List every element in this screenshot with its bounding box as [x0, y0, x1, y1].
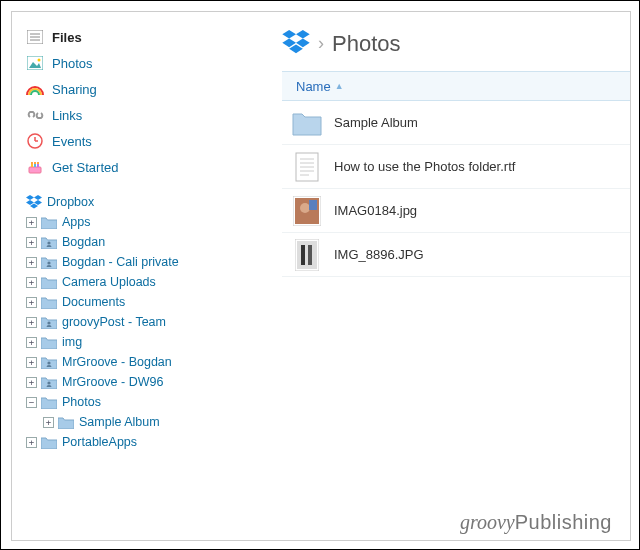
page-title: Photos	[332, 31, 401, 57]
tree-label: MrGroove - Bogdan	[62, 355, 172, 369]
file-row[interactable]: How to use the Photos folder.rtf	[282, 145, 630, 189]
files-icon	[26, 28, 44, 46]
sort-asc-icon: ▲	[335, 81, 344, 91]
tree-item[interactable]: +Bogdan	[26, 232, 222, 252]
svg-rect-13	[37, 164, 39, 167]
tree-item[interactable]: +Bogdan - Cali private	[26, 252, 222, 272]
folder-icon	[58, 416, 74, 429]
nav-photos[interactable]: Photos	[26, 50, 222, 76]
svg-point-25	[47, 361, 50, 364]
image-thumbnail-icon	[292, 240, 322, 270]
watermark: groovyPublishing	[460, 511, 612, 534]
breadcrumb: › Photos	[282, 30, 630, 57]
nav-sharing[interactable]: Sharing	[26, 76, 222, 102]
tree-item-photos[interactable]: − Photos	[26, 392, 222, 412]
folder-icon	[41, 436, 57, 449]
expand-icon[interactable]: +	[26, 317, 37, 328]
file-name: Sample Album	[334, 115, 418, 130]
svg-rect-43	[297, 241, 317, 269]
tree-label: Apps	[62, 215, 91, 229]
svg-point-40	[300, 203, 310, 213]
file-name: IMAG0184.jpg	[334, 203, 417, 218]
tree-item[interactable]: +img	[26, 332, 222, 352]
expand-icon[interactable]: +	[26, 237, 37, 248]
dropbox-icon[interactable]	[282, 30, 310, 57]
document-icon	[292, 152, 322, 182]
watermark-b: Publishing	[515, 511, 612, 533]
tree-label: img	[62, 335, 82, 349]
nav-label: Sharing	[52, 82, 97, 97]
svg-point-14	[31, 162, 33, 164]
rainbow-icon	[26, 80, 44, 98]
tree-label: groovyPost - Team	[62, 315, 166, 329]
nav-links[interactable]: Links	[26, 102, 222, 128]
svg-marker-18	[34, 195, 42, 200]
tree-item-sample-album[interactable]: + Sample Album	[43, 412, 222, 432]
expand-icon[interactable]: +	[43, 417, 54, 428]
tree-item[interactable]: +Documents	[26, 292, 222, 312]
link-icon	[26, 106, 44, 124]
expand-icon[interactable]: +	[26, 277, 37, 288]
collapse-icon[interactable]: −	[26, 397, 37, 408]
folder-icon	[292, 108, 322, 138]
shared-folder-icon	[41, 256, 57, 269]
tree-label: Dropbox	[47, 195, 94, 209]
file-row[interactable]: IMAG0184.jpg	[282, 189, 630, 233]
tree-item[interactable]: +Camera Uploads	[26, 272, 222, 292]
file-row[interactable]: Sample Album	[282, 101, 630, 145]
main-panel: › Photos Name ▲ Sample AlbumHow to use t…	[282, 12, 630, 277]
expand-icon[interactable]: +	[26, 337, 37, 348]
watermark-a: groovy	[460, 511, 515, 533]
svg-rect-12	[34, 164, 36, 167]
image-thumbnail-icon	[292, 196, 322, 226]
svg-point-24	[47, 321, 50, 324]
svg-rect-11	[31, 164, 33, 167]
expand-icon[interactable]: +	[26, 377, 37, 388]
folder-icon	[41, 396, 57, 409]
svg-marker-31	[289, 45, 303, 54]
tree-label: PortableApps	[62, 435, 137, 449]
svg-point-6	[38, 59, 41, 62]
svg-marker-20	[34, 200, 42, 205]
svg-point-22	[47, 241, 50, 244]
svg-point-15	[34, 162, 36, 164]
tree-label: MrGroove - DW96	[62, 375, 163, 389]
nav-label: Files	[52, 30, 82, 45]
tree-label: Bogdan	[62, 235, 105, 249]
nav-label: Links	[52, 108, 82, 123]
nav-get-started[interactable]: Get Started	[26, 154, 222, 180]
nav-label: Events	[52, 134, 92, 149]
chevron-right-icon: ›	[318, 33, 324, 54]
nav-files[interactable]: Files	[26, 24, 222, 50]
svg-rect-44	[301, 245, 305, 265]
svg-rect-41	[309, 200, 317, 210]
column-name[interactable]: Name	[296, 79, 331, 94]
svg-point-16	[37, 162, 39, 164]
tree-label: Camera Uploads	[62, 275, 156, 289]
folder-icon	[41, 276, 57, 289]
tree-item[interactable]: +Apps	[26, 212, 222, 232]
file-row[interactable]: IMG_8896.JPG	[282, 233, 630, 277]
expand-icon[interactable]: +	[26, 257, 37, 268]
expand-icon[interactable]: +	[26, 297, 37, 308]
photos-icon	[26, 54, 44, 72]
svg-point-26	[47, 381, 50, 384]
tree-root-dropbox[interactable]: Dropbox	[26, 192, 222, 212]
tree-label: Sample Album	[79, 415, 160, 429]
expand-icon[interactable]: +	[26, 437, 37, 448]
svg-point-23	[47, 261, 50, 264]
svg-rect-45	[308, 245, 312, 265]
nav-label: Photos	[52, 56, 92, 71]
svg-marker-27	[282, 30, 296, 39]
tree-item-portableapps[interactable]: + PortableApps	[26, 432, 222, 452]
svg-marker-19	[26, 200, 34, 205]
expand-icon[interactable]: +	[26, 217, 37, 228]
nav-events[interactable]: Events	[26, 128, 222, 154]
folder-icon	[41, 216, 57, 229]
shared-folder-icon	[41, 376, 57, 389]
expand-icon[interactable]: +	[26, 357, 37, 368]
folder-icon	[41, 296, 57, 309]
tree-item[interactable]: +MrGroove - DW96	[26, 372, 222, 392]
tree-item[interactable]: +groovyPost - Team	[26, 312, 222, 332]
tree-item[interactable]: +MrGroove - Bogdan	[26, 352, 222, 372]
